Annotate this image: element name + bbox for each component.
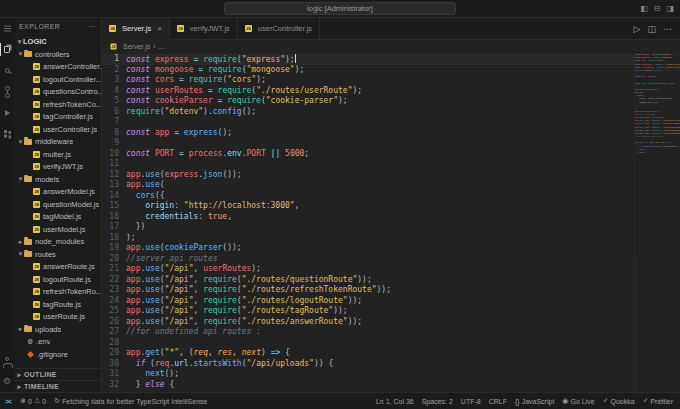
tree-item-file-logoutcontroller[interactable]: logoutController... (14, 73, 101, 86)
code-line[interactable]: 5const cookieParser = require("cookie-pa… (102, 96, 634, 107)
tree-item-file-userroute-js[interactable]: userRoute.js (14, 311, 101, 324)
toggle-panel-button[interactable] (654, 4, 661, 13)
tree-item-file-answercontroller[interactable]: answerController... (14, 61, 101, 74)
code-line[interactable]: 30 if (req.url.startsWith("/api/uploads"… (102, 359, 634, 370)
code-line[interactable]: 19app.use(cookieParser()); (102, 243, 634, 254)
code-line[interactable]: 8const app = express(); (102, 128, 634, 139)
line-content: const cors = require("cors"); (126, 75, 266, 86)
tree-item-file-questionmodel-js[interactable]: questionModel.js (14, 198, 101, 211)
sidebar-section-timeline[interactable]: TIMELINE (14, 380, 101, 392)
tree-item-file-env[interactable]: .env (14, 336, 101, 349)
breadcrumb[interactable]: Server.js › ... (102, 40, 680, 53)
tree-item-file-multer-js[interactable]: multer.js (14, 148, 101, 161)
source-control-button[interactable] (0, 81, 14, 102)
tree-item-file-verifyjwt-js[interactable]: verifyJWT.js (14, 161, 101, 174)
line-number: 24 (102, 296, 126, 307)
tree-root-folder[interactable]: LOGIC (14, 35, 101, 48)
tree-item-label: models (35, 175, 59, 184)
code-line[interactable]: 16 credentials: true, (102, 212, 634, 223)
prettier-status[interactable]: Prettier (639, 393, 677, 409)
code-line[interactable]: 9 (102, 138, 634, 149)
code-line[interactable]: 2const mongoose = require("mongoose"); (102, 65, 634, 76)
code-line[interactable]: 23app.use("/api", require("./routes/refr… (102, 285, 634, 296)
code-line[interactable]: 28 (102, 338, 634, 349)
code-line[interactable]: 17 }) (102, 222, 634, 233)
code-line[interactable]: 14 cors({ (102, 191, 634, 202)
code-line[interactable]: 29app.get("*", (req, res, next) => { (102, 348, 634, 359)
code-line[interactable]: 24app.use("/api", require("./routes/logo… (102, 296, 634, 307)
tree-item-file-refreshtokenro[interactable]: refreshTokenRo... (14, 286, 101, 299)
breadcrumb-file[interactable]: Server.js (123, 43, 150, 50)
tree-item-file-usermodel-js[interactable]: userModel.js (14, 223, 101, 236)
eol-status[interactable]: CRLF (485, 393, 511, 409)
tree-item-file-usercontroller-js[interactable]: userController.js (14, 123, 101, 136)
code-editor[interactable]: 1const express = require("express");2con… (102, 53, 634, 392)
tree-item-file-logoutroute-js[interactable]: logoutRoute.js (14, 273, 101, 286)
toggle-primary-sidebar-button[interactable] (640, 4, 648, 13)
problems-status[interactable]: 00 (16, 393, 50, 409)
minimap[interactable]: 1const express = require("express");2con… (634, 53, 680, 392)
code-line[interactable]: 15 origin: "http://localhost:3000", (102, 201, 634, 212)
tab-usercontroller-js[interactable]: userController.js (238, 18, 320, 39)
code-line[interactable]: 26app.use("/api", require("./routes/answ… (102, 317, 634, 328)
code-line[interactable]: 11 (102, 159, 634, 170)
code-line[interactable]: 6require("dotenv").config(); (102, 107, 634, 118)
breadcrumb-more[interactable]: ... (159, 43, 165, 50)
tree-item-file-questionscontro[interactable]: questionsContro... (14, 86, 101, 99)
tab-server-js[interactable]: Server.js (102, 18, 170, 40)
toggle-secondary-sidebar-button[interactable] (666, 4, 674, 13)
code-line[interactable]: 25app.use("/api", require("./routes/tagR… (102, 306, 634, 317)
tree-item-folder-middleware[interactable]: middleware (14, 136, 101, 149)
tree-item-file-tagcontroller-js[interactable]: tagController.js (14, 111, 101, 124)
code-line[interactable]: 20//server api routes (102, 254, 634, 265)
tab-verifyjwt-js[interactable]: verifyJWT.js (170, 18, 238, 39)
line-content: app.use("/api", require("./routes/tagRou… (126, 306, 348, 317)
split-editor-button[interactable] (647, 24, 656, 34)
code-line[interactable]: 22app.use("/api", require("./routes/ques… (102, 275, 634, 286)
code-line[interactable]: 32 } else { (102, 380, 634, 391)
code-line[interactable]: 27//for undefined api routes : (102, 327, 634, 338)
code-line[interactable]: 31 next(); (102, 369, 634, 380)
code-line[interactable]: 10const PORT = process.env.PORT || 5000; (102, 149, 634, 160)
tree-item-file-answermodel-js[interactable]: answerModel.js (14, 186, 101, 199)
language-mode-status[interactable]: JavaScript (511, 393, 558, 409)
command-center[interactable]: logic [Administrator] (224, 2, 456, 15)
run-button[interactable] (634, 24, 641, 34)
intellisense-status[interactable]: Fetching data for better TypeScript Inte… (50, 393, 211, 409)
tree-item-file-tagroute-js[interactable]: tagRoute.js (14, 298, 101, 311)
code-line[interactable]: 12app.use(express.json()); (102, 170, 634, 181)
encoding-status[interactable]: UTF-8 (457, 393, 485, 409)
more-actions-button[interactable] (663, 24, 672, 34)
go-live-status[interactable]: Go Live (558, 393, 598, 409)
tree-item-folder-controllers[interactable]: controllers (14, 48, 101, 61)
tree-item-file-answerroute-js[interactable]: answerRoute.js (14, 261, 101, 274)
code-line[interactable]: 21app.use("/api", userRoutes); (102, 264, 634, 275)
cursor-position-status[interactable]: Ln 1, Col 36 (372, 393, 418, 409)
files-button[interactable] (0, 39, 14, 60)
remote-status[interactable] (0, 393, 16, 409)
tree-item-label: uploads (35, 325, 61, 334)
code-line[interactable]: 13app.use( (102, 180, 634, 191)
tree-item-folder-routes[interactable]: routes (14, 248, 101, 261)
account-button[interactable] (0, 350, 14, 371)
code-line[interactable]: 18); (102, 233, 634, 244)
quokka-status[interactable]: Quokka (599, 393, 639, 409)
tree-item-folder-models[interactable]: models (14, 173, 101, 186)
code-line[interactable]: 4const userRoutes = require("./routes/us… (102, 86, 634, 97)
menu-button[interactable] (0, 18, 14, 39)
code-line[interactable]: 1const express = require("express"); (102, 54, 634, 65)
settings-button[interactable] (0, 371, 14, 392)
code-line[interactable]: 3const cors = require("cors"); (102, 75, 634, 86)
more-icon[interactable] (89, 23, 96, 31)
tree-item-folder-node-modules[interactable]: node_modules (14, 236, 101, 249)
tree-item-file-refreshtokenco[interactable]: refreshTokenCo... (14, 98, 101, 111)
indentation-status[interactable]: Spaces: 2 (418, 393, 457, 409)
sidebar-section-outline[interactable]: OUTLINE (14, 368, 101, 380)
tree-item-file-gitignore[interactable]: .gitignore (14, 348, 101, 361)
code-line[interactable]: 7 (102, 117, 634, 128)
debug-button[interactable] (0, 102, 14, 123)
search-button[interactable] (0, 60, 14, 81)
tree-item-file-tagmodel-js[interactable]: tagModel.js (14, 211, 101, 224)
tree-item-folder-uploads[interactable]: uploads (14, 323, 101, 336)
extensions-button[interactable] (0, 123, 14, 144)
